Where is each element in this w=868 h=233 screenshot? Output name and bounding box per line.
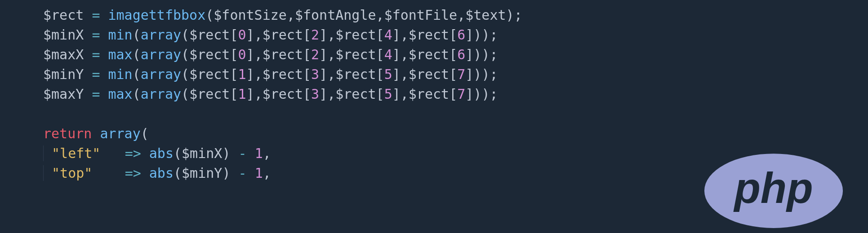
code-token: [ [449,86,457,102]
code-line[interactable]: "left" => abs($minX) - 1, [43,144,522,163]
code-token [141,165,149,181]
code-line[interactable]: $maxY = max(array($rect[1],$rect[3],$rec… [43,84,522,104]
code-token: $rect [263,47,303,62]
code-token: ] [392,66,401,82]
code-token: abs [149,145,174,161]
code-token: array [141,86,181,102]
code-token: [ [303,27,311,43]
code-line[interactable]: "top" => abs($minY) - 1, [43,163,522,183]
code-token: , [327,47,335,62]
code-token: - [239,165,247,181]
code-token: ( [133,47,141,62]
code-line[interactable]: $rect = imagettfbbox($fontSize,$fontAngl… [43,5,522,25]
code-token: ( [181,86,189,102]
code-token: ) [473,47,481,62]
code-token [100,66,108,82]
code-token: ] [465,47,473,62]
code-line[interactable]: $minX = min(array($rect[0],$rect[2],$rec… [43,25,522,45]
code-token: abs [149,165,174,181]
code-token: 1 [255,145,263,161]
code-token: 5 [384,86,392,102]
code-line[interactable] [43,104,522,124]
code-token: [ [449,47,457,62]
code-token: [ [230,47,238,62]
code-token: ] [392,27,401,43]
code-token: [ [303,47,311,62]
code-token: 2 [311,27,319,43]
code-line[interactable]: $minY = min(array($rect[1],$rect[3],$rec… [43,65,522,84]
code-token: imagettfbbox [108,7,206,23]
code-token: ( [141,126,149,141]
code-token: , [401,86,409,102]
code-token: $rect [409,86,449,102]
code-token: $rect [335,86,376,102]
code-token: ; [490,66,498,82]
code-token: $rect [263,86,303,102]
code-token: [ [449,66,457,82]
code-token: $rect [409,27,449,43]
code-token: [ [230,66,238,82]
code-token: $rect [409,47,449,62]
code-token: $rect [189,47,230,62]
code-token: ( [133,86,141,102]
code-token: , [254,27,263,43]
code-token: $rect [335,66,376,82]
code-token: = [92,47,100,62]
code-token: $rect [189,86,230,102]
code-token: [ [230,86,238,102]
code-token: 1 [255,165,263,181]
code-token [100,145,125,161]
code-line[interactable]: return array( [43,124,522,144]
code-token [84,7,92,23]
code-token: ( [205,7,214,23]
code-token [100,27,108,43]
code-token: , [401,66,409,82]
code-token [92,126,100,141]
code-token: ) [222,165,230,181]
code-token: max [108,47,133,62]
code-token: [ [376,66,384,82]
code-token: ) [473,66,481,82]
code-token: $minX [182,145,222,161]
code-token: ] [319,86,327,102]
code-token [84,86,92,102]
code-token: ( [133,66,141,82]
php-logo-text: php [733,164,813,212]
code-token [247,165,255,181]
code-token: ] [246,86,254,102]
code-token: $minX [43,27,84,43]
code-token: , [254,66,263,82]
code-token [84,66,92,82]
code-token: , [254,47,263,62]
code-token: , [327,27,335,43]
code-token: [ [376,27,384,43]
code-token: ; [490,86,498,102]
code-token: , [263,145,271,161]
code-line[interactable]: $maxX = max(array($rect[0],$rect[2],$rec… [43,45,522,65]
code-token: $maxX [43,47,84,62]
code-token: ) [481,47,490,62]
code-token: 3 [311,66,319,82]
code-token: ] [246,66,254,82]
code-token: $fontSize [214,7,287,23]
code-token: ) [481,86,490,102]
code-token: = [92,27,100,43]
code-token: 7 [457,86,465,102]
code-token: 6 [457,27,465,43]
code-token [84,27,92,43]
code-token: ) [506,7,514,23]
code-token: $rect [189,27,230,43]
code-token [100,86,108,102]
code-token: $minY [182,165,222,181]
code-token: ] [319,27,327,43]
code-token: ( [181,27,189,43]
code-block[interactable]: $rect = imagettfbbox($fontSize,$fontAngl… [43,5,522,183]
code-token: ) [473,27,481,43]
code-token: array [141,66,181,82]
php-logo: php [702,153,846,229]
code-token: ] [319,66,327,82]
code-token [141,145,149,161]
code-token: ( [174,165,182,181]
code-token: ] [392,47,401,62]
code-token: return [43,126,92,141]
